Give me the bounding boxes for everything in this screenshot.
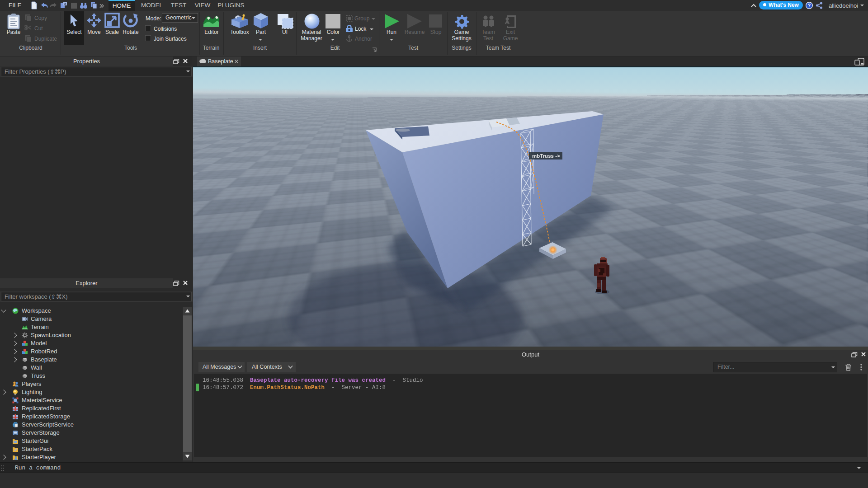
svg-text:?: ? — [808, 3, 811, 8]
svg-text:mbTruss ->: mbTruss -> — [532, 153, 560, 159]
